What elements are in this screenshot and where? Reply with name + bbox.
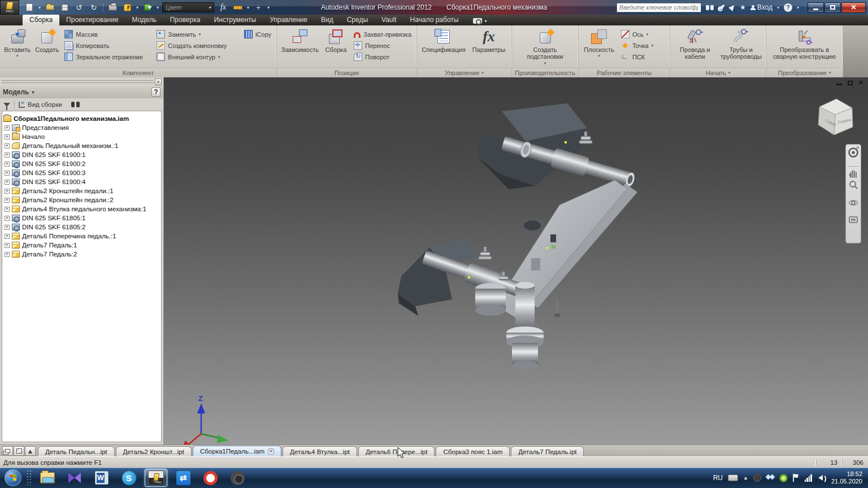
sign-in-button[interactable]: Вход xyxy=(750,3,772,11)
expander-icon[interactable]: + xyxy=(5,125,10,130)
inventor-logo[interactable]: PRO xyxy=(0,0,19,15)
taskbar-teamviewer[interactable]: ⇄ xyxy=(172,469,194,487)
tree-item[interactable]: +Деталь6 Поперечина педаль.:1 xyxy=(3,232,160,241)
replace-button[interactable]: Заменить▾ xyxy=(157,29,237,39)
window-restore-button[interactable] xyxy=(824,2,841,13)
assemble-button[interactable]: Сборка xyxy=(322,27,351,54)
expander-icon[interactable]: + xyxy=(5,134,10,140)
work-point-button[interactable]: ◆Точка▾ xyxy=(621,41,653,50)
shrinkwrap-button[interactable]: Внешний контур▾ xyxy=(157,52,237,62)
hidden-icons-button[interactable]: ▲ xyxy=(743,475,748,481)
cascade-windows-button[interactable] xyxy=(2,446,13,456)
look-at-icon[interactable] xyxy=(848,216,858,224)
tab-inspect[interactable]: Проверка xyxy=(163,15,207,25)
expander-icon[interactable]: + xyxy=(5,162,10,167)
volume-icon[interactable] xyxy=(818,475,823,481)
customize-dropdown-icon[interactable]: ▾ xyxy=(267,5,270,10)
search-help-button[interactable] xyxy=(706,5,714,10)
bom-button[interactable]: Спецификация xyxy=(419,27,468,54)
work-plane-button[interactable]: Плоскость▾ xyxy=(580,27,618,59)
window-close-button[interactable]: ✕ xyxy=(841,2,866,13)
tab-tools[interactable]: Инструменты xyxy=(207,15,263,25)
tree-item[interactable]: +DIN 625 SKF 61900:2 xyxy=(3,159,160,168)
dropdown-arrow-icon[interactable]: ▾ xyxy=(852,159,854,164)
tree-item[interactable]: +Представления xyxy=(3,123,160,132)
expander-icon[interactable]: + xyxy=(5,207,10,212)
expander-icon[interactable]: + xyxy=(5,152,10,158)
tab-view[interactable]: Вид xyxy=(314,15,340,25)
start-button[interactable] xyxy=(5,469,21,486)
taskbar-recorder[interactable] xyxy=(226,469,249,487)
orbit-icon[interactable] xyxy=(848,198,858,207)
find-icon[interactable] xyxy=(71,102,80,107)
copy-button[interactable]: Копировать xyxy=(64,41,150,50)
navbar-close-icon[interactable]: ✕ xyxy=(856,145,860,150)
mirror-button[interactable]: Зеркальное отражение xyxy=(64,52,150,62)
cable-harness-button[interactable]: Провода и кабели xyxy=(672,27,718,62)
undo-button[interactable]: ↺ xyxy=(73,2,85,12)
expander-icon[interactable]: + xyxy=(5,225,10,230)
tab-model[interactable]: Модель xyxy=(125,15,163,25)
search-input[interactable] xyxy=(617,4,701,11)
tab-get-started[interactable]: Начало работы xyxy=(403,15,466,25)
dropdown-arrow-icon[interactable]: ▾ xyxy=(218,55,220,59)
expander-icon[interactable]: + xyxy=(5,143,10,149)
tree-item[interactable]: +DIN 625 SKF 61900:1 xyxy=(3,150,160,159)
tab-close-icon[interactable]: ✕ xyxy=(268,448,274,455)
taskbar-kmplayer[interactable] xyxy=(63,469,86,487)
doc-tab[interactable]: Деталь Педальн...ipt xyxy=(38,446,115,456)
tree-item[interactable]: +Деталь Педальный механизм.:1 xyxy=(3,141,160,150)
doc-tab[interactable]: Деталь4 Втулка...ipt xyxy=(283,446,357,456)
create-component-button[interactable]: Создать xyxy=(33,27,61,54)
dropdown-arrow-icon[interactable]: ▾ xyxy=(646,32,649,37)
dropdown-arrow-icon[interactable]: ▾ xyxy=(652,43,654,48)
collapse-tabs-button[interactable]: ▲ xyxy=(25,446,36,456)
open-button[interactable] xyxy=(44,2,55,12)
filter-icon[interactable] xyxy=(3,103,10,107)
panel-expand-icon[interactable]: ▾ xyxy=(481,71,484,75)
convert-weldment-button[interactable]: Преобразовать в сварную конструкцию xyxy=(769,27,841,62)
dropbox-icon[interactable] xyxy=(766,474,774,482)
action-center-icon[interactable] xyxy=(793,474,800,482)
taskbar-skype[interactable]: S xyxy=(118,469,140,487)
tree-item-root[interactable]: Сборка1Педального механизма.iam xyxy=(3,114,160,123)
tree-item[interactable]: +DIN 625 SKF 61805:1 xyxy=(3,213,160,223)
tree-item[interactable]: +Начало xyxy=(3,132,160,141)
tray-app-icon[interactable] xyxy=(753,474,761,482)
tree-item[interactable]: +DIN 625 SKF 61900:3 xyxy=(3,168,160,177)
customize-qat-button[interactable]: + xyxy=(253,2,264,12)
update-button[interactable] xyxy=(121,2,133,12)
graphics-viewport[interactable]: ✕ xyxy=(164,77,868,445)
expander-icon[interactable]: + xyxy=(5,180,10,185)
panel-expand-icon[interactable]: ▾ xyxy=(829,71,831,75)
new-file-button[interactable] xyxy=(24,2,35,12)
expander-icon[interactable]: + xyxy=(5,189,10,194)
print-button[interactable] xyxy=(107,2,118,12)
expander-icon[interactable]: + xyxy=(5,243,10,248)
taskbar-word[interactable] xyxy=(90,469,113,487)
tree-item[interactable]: +Деталь4 Втулка педального механизма:1 xyxy=(3,204,160,213)
browser-title-dropdown-icon[interactable]: ▾ xyxy=(32,90,34,95)
ucs-button[interactable]: ∟ПСК xyxy=(621,52,653,62)
expander-icon[interactable]: + xyxy=(5,198,10,203)
parameters-button[interactable]: fx Параметры xyxy=(468,27,509,54)
language-indicator[interactable]: RU xyxy=(713,474,723,482)
network-icon[interactable] xyxy=(805,474,813,482)
tile-windows-button[interactable] xyxy=(14,446,24,456)
measure-button[interactable] xyxy=(232,2,244,12)
tab-design[interactable]: Проектирование xyxy=(59,15,125,25)
free-rotate-button[interactable]: Поворот xyxy=(354,52,411,62)
expander-icon[interactable]: + xyxy=(5,252,10,257)
zoom-icon[interactable] xyxy=(848,180,858,190)
tab-manage[interactable]: Управление xyxy=(263,15,314,25)
doc-tab[interactable]: Деталь2 Кроншт...ipt xyxy=(116,446,192,456)
color-override-dropdown[interactable]: Цвет▾ xyxy=(162,2,214,12)
expander-icon[interactable]: + xyxy=(5,234,10,239)
tools-button[interactable] xyxy=(718,6,725,8)
tray-clock[interactable]: 18:52 21.05.2020 xyxy=(828,470,862,485)
parameters-quick-button[interactable]: fx xyxy=(218,2,229,12)
signin-dropdown-icon[interactable]: ▾ xyxy=(777,5,779,10)
tree-item[interactable]: +Деталь7 Педаль:2 xyxy=(3,250,160,259)
dropdown-arrow-icon[interactable]: ▾ xyxy=(199,32,201,37)
dropdown-arrow-icon[interactable]: ▾ xyxy=(852,191,854,197)
